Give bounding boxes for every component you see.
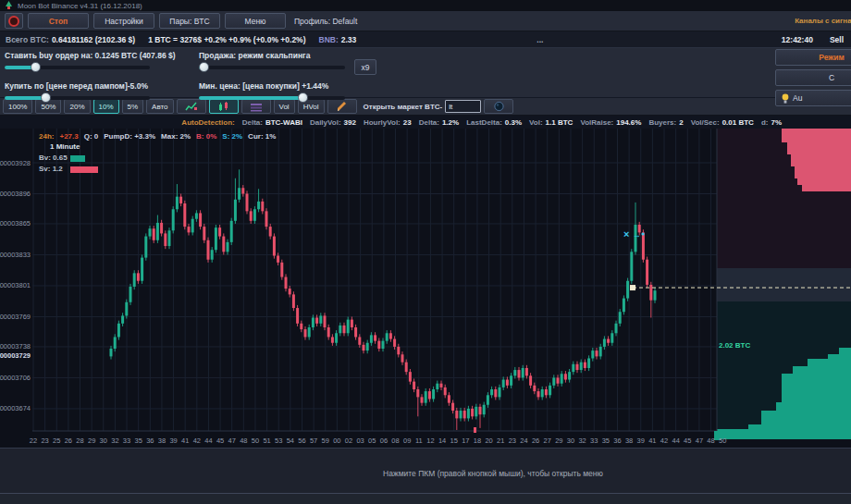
svg-text:39: 39 (637, 436, 645, 445)
auto-button[interactable]: Au (775, 90, 851, 106)
svg-text:0.00003674: 0.00003674 (0, 404, 31, 412)
status-item: VolRaise:194.6% (580, 118, 641, 127)
toolbar-button-0[interactable]: Стоп (28, 13, 89, 29)
svg-text:45: 45 (684, 436, 691, 445)
svg-text:36: 36 (613, 436, 621, 445)
svg-text:33: 33 (123, 436, 130, 445)
bottom-strip (0, 493, 851, 504)
percent-button-10%[interactable]: 10% (93, 99, 119, 114)
svg-text:35: 35 (134, 436, 142, 445)
open-market-label: Открыть маркет BTC- (364, 103, 443, 111)
toolbar-button-1[interactable]: Настройки (93, 13, 154, 29)
status-item: AutoDetection: (181, 118, 234, 127)
svg-text:0.00003928: 0.00003928 (0, 159, 31, 167)
percent-button-20%[interactable]: 20% (64, 99, 90, 114)
levels-view-button[interactable] (241, 99, 271, 114)
status-item: HourlyVol:23 (364, 118, 412, 127)
svg-text:18: 18 (474, 436, 481, 445)
market-ticker-input[interactable] (445, 100, 481, 113)
draw-tool-button[interactable] (327, 99, 357, 114)
svg-text:28: 28 (76, 436, 83, 445)
status-item: Buyers:2 (648, 118, 683, 127)
svg-text:14: 14 (438, 436, 446, 445)
percent-button-Авто[interactable]: Авто (146, 99, 173, 114)
candles-layer (110, 169, 657, 430)
title-bar: Moon Bot Binance v4.31 (16.12.2018) (0, 0, 851, 11)
svg-text:20: 20 (485, 436, 492, 445)
svg-text:57: 57 (310, 436, 317, 445)
vol-button[interactable]: Vol (274, 99, 295, 114)
order-controls: Ставить buy ордер на: 0.1245 BTC (407.86… (0, 48, 851, 98)
svg-text:56: 56 (298, 436, 305, 445)
svg-text:50: 50 (252, 436, 259, 445)
percent-button-100%[interactable]: 100% (3, 99, 32, 114)
legend-stat: Cur: 1% (248, 132, 276, 141)
svg-text:0.00003738: 0.00003738 (0, 342, 31, 350)
x-axis-labels: 2223252628293032333536383941424445474850… (30, 436, 727, 445)
timeframe-label: 1 Minute (50, 142, 281, 152)
min-price-label: Мин. цена: [цена покупки] +1.44% (199, 81, 376, 92)
moonbot-logo-button[interactable] (484, 99, 513, 114)
candles-view-button[interactable] (209, 99, 239, 114)
more-dots[interactable]: ... (536, 35, 543, 44)
sell-mode-label: Продажа: режим скальпинга (199, 51, 376, 61)
stop-icon-button[interactable] (5, 13, 23, 29)
mode-button[interactable]: Режим (775, 49, 851, 66)
signal-channels-label[interactable]: Каналы с сигналами (795, 17, 851, 25)
main-toolbar: СтопНастройкиПары: BTCМеню Профиль: Defa… (0, 11, 851, 31)
svg-text:0.00003769: 0.00003769 (0, 313, 31, 321)
svg-text:0.00003729: 0.00003729 (0, 351, 31, 360)
edge-button-2[interactable]: С (775, 69, 851, 86)
svg-text:41: 41 (648, 436, 656, 445)
bnb-value: 2.33 (341, 35, 357, 44)
toolbar-button-2[interactable]: Пары: BTC (159, 13, 220, 29)
sell-volume-legend: Sv: 1.2 (39, 165, 281, 174)
sell-mode-slider[interactable] (199, 66, 345, 69)
x9-multiplier-button[interactable]: x9 (354, 59, 376, 75)
svg-text:32: 32 (111, 436, 118, 445)
legend-stat: +27.3 (59, 132, 78, 141)
context-menu-hint: Нажмите ПКМ (правой кнопкой мыши), чтобы… (0, 469, 851, 478)
profile-selector[interactable]: Профиль: Default (294, 17, 357, 26)
svg-text:53: 53 (275, 436, 282, 445)
svg-text:0.00003865: 0.00003865 (0, 219, 31, 227)
buy-price-slider[interactable] (5, 96, 150, 100)
moonbot-window: Moon Bot Binance v4.31 (16.12.2018) Стоп… (0, 0, 851, 504)
clock: 12:42:40 (782, 35, 813, 44)
svg-text:50: 50 (719, 436, 726, 445)
svg-text:54: 54 (287, 436, 294, 445)
sell-mode-slider-thumb[interactable] (199, 62, 209, 72)
buy-amount-slider[interactable] (5, 66, 150, 69)
svg-text:38: 38 (158, 436, 166, 445)
sell-column-label: Sell (830, 35, 844, 44)
buy-price-slider-thumb[interactable] (41, 92, 51, 103)
svg-text:23: 23 (41, 436, 48, 445)
account-info-bar: Всего BTC:0.64181162 (2102.36 $) 1 BTC =… (0, 31, 851, 48)
buy-amount-slider-thumb[interactable] (31, 62, 41, 72)
svg-text:06: 06 (380, 436, 388, 445)
svg-text:39: 39 (169, 436, 177, 445)
status-item: d:7% (761, 118, 782, 127)
toolbar-buttons: СтопНастройкиПары: BTCМеню (28, 13, 286, 29)
svg-text:51: 51 (263, 436, 270, 445)
bv-swatch (70, 155, 85, 162)
buy-price-marker (630, 285, 635, 290)
svg-text:0.00003896: 0.00003896 (0, 190, 31, 198)
y-axis-labels: 0.000039280.000038960.000038650.00003833… (0, 159, 31, 413)
quick-buttons-bar: 100%50%20%10%5%Авто Vol HVol (0, 98, 851, 116)
svg-text:45: 45 (216, 436, 224, 445)
toolbar-button-3[interactable]: Меню (225, 13, 286, 29)
svg-text:42: 42 (660, 436, 668, 445)
svg-text:47: 47 (696, 436, 703, 445)
status-item: Delta:BTC-WABI (242, 118, 302, 127)
svg-text:38: 38 (625, 436, 633, 445)
percent-button-5%[interactable]: 5% (122, 99, 144, 114)
legend-stat: Q: 0 (84, 132, 99, 141)
min-price-slider[interactable] (199, 96, 345, 100)
footer: Нажмите ПКМ (правой кнопкой мыши), чтобы… (0, 449, 851, 504)
svg-text:47: 47 (228, 436, 236, 445)
pump-chart-icon-button[interactable] (177, 99, 206, 114)
svg-text:24: 24 (520, 436, 527, 445)
candlestick-chart[interactable]: ×→0.000039280.000038960.000038650.000038… (0, 129, 851, 448)
svg-text:25: 25 (53, 436, 60, 445)
